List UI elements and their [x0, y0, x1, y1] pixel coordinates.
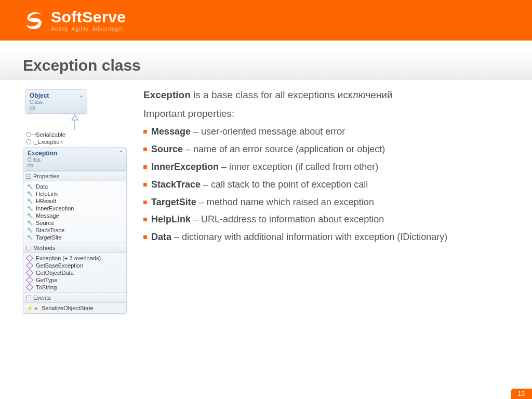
bullet-desc: – method name which raised an exception	[196, 197, 374, 207]
brand-logo: SoftServe Ability. Agility. Advantage.	[23, 8, 126, 32]
method-icon	[26, 270, 33, 276]
method-item: ToString	[25, 284, 124, 291]
bullet-item: TargetSite – method name which raised an…	[143, 195, 516, 210]
method-icon	[26, 284, 33, 290]
object-class-kind: Class	[30, 99, 84, 105]
event-name: SerializeObjectState	[42, 305, 94, 311]
intro-line: Exception is a base class for all except…	[143, 89, 516, 101]
intro-rest: is a base class for all exceptions исклю…	[191, 89, 393, 100]
bullet-term: Source	[151, 144, 183, 154]
bullet-item: Message – user-oriented message about er…	[143, 125, 516, 139]
property-name: InnerException	[36, 205, 74, 211]
chevron-up-icon: ⌃	[118, 150, 123, 156]
tag-icon	[28, 164, 33, 167]
property-name: TargetSite	[36, 234, 62, 241]
interface-iserializable: ISerializable	[26, 131, 127, 138]
property-name: Data	[36, 183, 48, 190]
event-item: ★SerializeObjectState	[25, 304, 124, 312]
collapse-icon: −	[26, 246, 31, 250]
properties-section: − Properties	[23, 171, 126, 181]
bullet-item: HelpLink – URL-address to information ab…	[143, 212, 516, 227]
bullet-term: InnerException	[151, 162, 219, 172]
tag-icon	[30, 107, 35, 110]
bullet-term: Message	[151, 126, 191, 137]
property-name: HResult	[36, 198, 56, 204]
bullet-term: StackTrace	[151, 179, 201, 190]
bullet-square-icon	[143, 218, 147, 221]
wrench-icon	[26, 234, 33, 241]
page-number: 13	[511, 389, 532, 399]
chevron-down-icon: ⌄	[79, 92, 84, 99]
method-item: GetBaseException	[25, 262, 124, 269]
lollipop-icon	[26, 139, 31, 144]
star-icon: ★	[34, 305, 38, 311]
lollipop-icon	[26, 132, 31, 137]
class-diagram: Object Class ⌄ ISerializable _Exception …	[23, 89, 127, 314]
brand-tagline: Ability. Agility. Advantage.	[51, 26, 126, 32]
sub-heading: Important properties:	[143, 108, 516, 119]
lightning-icon	[26, 305, 33, 311]
property-name: StackTrace	[36, 227, 64, 233]
bullet-term: TargetSite	[151, 197, 196, 207]
section-label: Properties	[33, 173, 59, 179]
property-item: TargetSite	[25, 234, 124, 241]
collapse-icon: −	[26, 174, 31, 179]
page-title: Exception class	[23, 57, 141, 74]
wrench-icon	[26, 183, 33, 190]
brand-name: SoftServe	[51, 9, 126, 25]
wrench-icon	[26, 227, 33, 233]
events-section: − Events	[23, 292, 126, 303]
bullet-item: Data – dictionary with additional inform…	[143, 230, 516, 245]
interface-_exception: _Exception	[26, 139, 127, 145]
object-class-name: Object	[30, 92, 49, 99]
bullet-desc: – name of an error source (application o…	[183, 144, 385, 154]
method-item: GetType	[25, 276, 124, 284]
property-item: StackTrace	[25, 227, 124, 234]
brand-logo-icon	[23, 8, 47, 32]
exception-class-box: Exception Class ⌃ − Properties Data Help…	[23, 147, 127, 314]
property-item: Source	[25, 219, 124, 227]
bullet-square-icon	[143, 201, 147, 204]
wrench-icon	[26, 220, 33, 226]
interface-label: ISerializable	[34, 131, 65, 138]
title-band: Exception class	[0, 51, 532, 80]
wrench-icon	[26, 191, 33, 197]
bullet-square-icon	[143, 148, 147, 151]
property-item: Message	[25, 212, 124, 219]
property-item: InnerException	[25, 205, 124, 212]
method-name: Exception (+ 3 overloads)	[36, 255, 101, 261]
section-label: Events	[33, 295, 51, 301]
method-icon	[26, 255, 33, 261]
property-name: HelpLink	[36, 191, 58, 197]
bullet-item: Source – name of an error source (applic…	[143, 142, 516, 157]
method-icon	[26, 262, 33, 269]
bullet-square-icon	[143, 130, 147, 134]
collapse-icon: −	[26, 296, 31, 300]
method-icon	[26, 277, 33, 283]
bullet-term: Data	[151, 232, 171, 242]
property-item: HelpLink	[25, 190, 124, 197]
property-item: HResult	[25, 197, 124, 205]
inheritance-connector	[23, 114, 127, 130]
text-content: Exception is a base class for all except…	[143, 89, 516, 314]
bullet-item: StackTrace – call stack to the point of …	[143, 178, 516, 192]
bullet-term: HelpLink	[151, 214, 191, 224]
wrench-icon	[26, 198, 33, 204]
bullet-desc: – dictionary with additional information…	[171, 232, 447, 242]
bullet-square-icon	[143, 235, 147, 239]
property-name: Message	[36, 212, 59, 219]
wrench-icon	[26, 212, 33, 219]
section-label: Methods	[33, 245, 55, 251]
method-item: GetObjectData	[25, 269, 124, 276]
property-item: Data	[25, 183, 124, 190]
method-name: GetObjectData	[36, 270, 74, 276]
svg-marker-0	[72, 115, 78, 120]
wrench-icon	[26, 205, 33, 211]
method-name: ToString	[36, 284, 57, 290]
exception-class-name: Exception	[28, 150, 57, 157]
bullet-desc: – inner exception (if called from other)	[219, 162, 378, 172]
bullet-desc: – URL-address to information about excep…	[191, 214, 384, 224]
header-band: SoftServe Ability. Agility. Advantage.	[0, 0, 532, 41]
bullet-desc: – call stack to the point of exception c…	[201, 179, 368, 190]
intro-strong: Exception	[143, 89, 191, 100]
